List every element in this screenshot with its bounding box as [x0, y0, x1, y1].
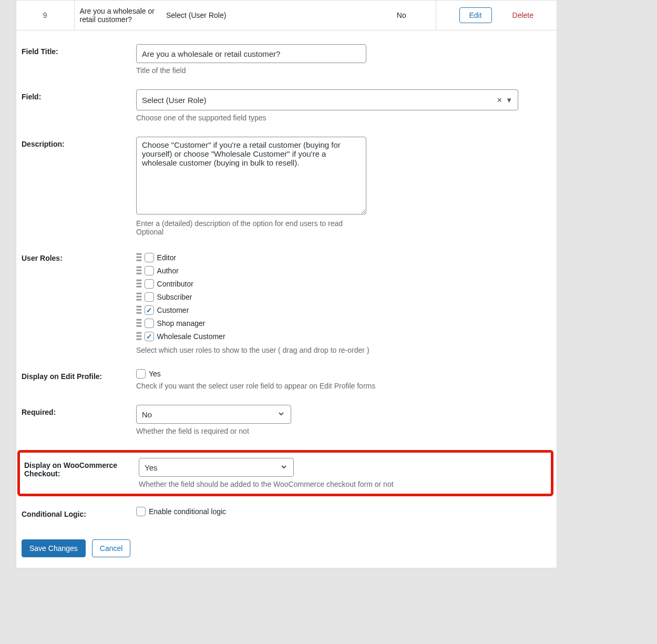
display-woocommerce-help: Whether the field should be added to the…	[139, 480, 549, 488]
user-role-label: Author	[157, 267, 179, 275]
chevron-down-icon: ▼	[506, 96, 512, 104]
field-number: 9	[16, 1, 74, 30]
drag-handle-icon[interactable]: •••••••••	[136, 305, 141, 315]
display-edit-profile-checkbox-label: Yes	[149, 370, 161, 378]
required-help: Whether the field is required or not	[136, 427, 551, 435]
user-role-label: Editor	[157, 253, 177, 262]
user-role-checkbox[interactable]	[145, 279, 154, 289]
field-title-label: Field Title:	[22, 44, 136, 56]
user-role-item: •••••••••Subscriber	[136, 290, 551, 303]
user-role-item: •••••••••Contributor	[136, 277, 551, 290]
user-role-checkbox[interactable]	[145, 332, 154, 341]
user-role-item: •••••••••Author	[136, 264, 551, 277]
drag-handle-icon[interactable]: •••••••••	[136, 266, 141, 275]
user-role-checkbox[interactable]	[145, 253, 154, 262]
description-help-1: Enter a (detailed) description of the op…	[136, 219, 551, 228]
conditional-logic-checkbox-label: Enable conditional logic	[149, 507, 226, 516]
chevron-down-icon	[277, 410, 285, 420]
display-edit-profile-label: Display on Edit Profile:	[22, 369, 136, 381]
field-type-select[interactable]: Select (User Role) ✕ ▼	[136, 89, 518, 110]
user-role-label: Contributor	[157, 280, 193, 288]
description-help-2: Optional	[136, 228, 551, 236]
user-role-checkbox[interactable]	[145, 319, 154, 328]
user-role-checkbox[interactable]	[145, 266, 154, 275]
user-roles-list: •••••••••Editor•••••••••Author•••••••••C…	[136, 251, 551, 343]
user-role-item: •••••••••Editor	[136, 251, 551, 264]
user-role-checkbox[interactable]	[145, 292, 154, 302]
display-edit-profile-checkbox[interactable]	[136, 369, 146, 379]
required-value: No	[142, 410, 152, 419]
display-woocommerce-label: Display on WooCommerce Checkout:	[24, 458, 139, 478]
user-role-label: Wholesale Customer	[157, 332, 225, 341]
user-role-item: •••••••••Shop manager	[136, 316, 551, 330]
user-role-checkbox[interactable]	[145, 305, 154, 315]
conditional-logic-checkbox[interactable]	[136, 507, 146, 516]
cancel-button[interactable]: Cancel	[92, 539, 131, 557]
conditional-logic-label: Conditional Logic:	[22, 507, 136, 518]
required-select[interactable]: No	[136, 405, 291, 424]
user-role-item: •••••••••Wholesale Customer	[136, 330, 551, 343]
highlight-box: Display on WooCommerce Checkout: Yes Whe…	[17, 450, 553, 496]
field-type-value: Select (User Role)	[142, 96, 207, 105]
drag-handle-icon[interactable]: •••••••••	[136, 319, 141, 328]
drag-handle-icon[interactable]: •••••••••	[136, 279, 141, 289]
drag-handle-icon[interactable]: •••••••••	[136, 292, 141, 302]
drag-handle-icon[interactable]: •••••••••	[136, 253, 141, 262]
edit-button[interactable]: Edit	[459, 7, 492, 23]
clear-icon[interactable]: ✕	[497, 96, 502, 104]
field-actions-cell: Edit Delete	[436, 1, 557, 30]
display-edit-profile-help: Check if you want the select user role f…	[136, 382, 551, 390]
field-required-cell: No	[367, 1, 436, 30]
display-woocommerce-select[interactable]: Yes	[139, 458, 294, 477]
save-changes-button[interactable]: Save Changes	[22, 539, 86, 557]
delete-link[interactable]: Delete	[512, 11, 533, 19]
field-type-help: Choose one of the supported field types	[136, 114, 551, 122]
field-type-cell: Select (User Role)	[161, 1, 367, 30]
required-label: Required:	[22, 405, 136, 416]
chevron-down-icon	[280, 463, 288, 473]
description-textarea[interactable]	[136, 137, 366, 214]
user-role-label: Customer	[157, 306, 189, 314]
field-title-cell: Are you a wholesale or retail customer?	[74, 1, 161, 30]
user-role-label: Subscriber	[157, 293, 192, 301]
user-roles-help: Select which user roles to show to the u…	[136, 346, 551, 354]
field-title-input[interactable]	[136, 44, 366, 63]
drag-handle-icon[interactable]: •••••••••	[136, 332, 141, 341]
field-title-help: Title of the field	[136, 66, 551, 75]
display-woocommerce-value: Yes	[145, 463, 157, 472]
user-roles-label: User Roles:	[22, 251, 136, 262]
user-role-label: Shop manager	[157, 319, 206, 328]
description-label: Description:	[22, 137, 136, 148]
field-summary-row: 9 Are you a wholesale or retail customer…	[16, 1, 557, 30]
field-type-label: Field:	[22, 89, 136, 101]
user-role-item: •••••••••Customer	[136, 303, 551, 316]
